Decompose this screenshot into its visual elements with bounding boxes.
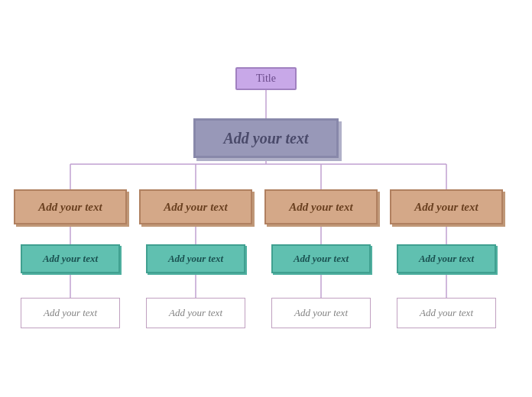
l2-node-4[interactable]: Add your text [390,189,503,224]
l3-node-3[interactable]: Add your text [271,244,371,273]
l3-node-2[interactable]: Add your text [146,244,245,273]
l2-node-3[interactable]: Add your text [264,189,378,224]
l4-node-1[interactable]: Add your text [21,298,120,328]
l2-node-1[interactable]: Add your text [14,189,127,224]
l4-node-3[interactable]: Add your text [271,298,371,328]
l3-node-1[interactable]: Add your text [21,244,120,273]
l4-node-2[interactable]: Add your text [146,298,245,328]
l3-node-4[interactable]: Add your text [397,244,496,273]
diagram: Title Add your text Add your text Add yo… [0,0,532,397]
title-node[interactable]: Title [235,67,297,90]
l4-node-4[interactable]: Add your text [397,298,496,328]
root-node[interactable]: Add your text [193,118,339,158]
l2-node-2[interactable]: Add your text [139,189,252,224]
